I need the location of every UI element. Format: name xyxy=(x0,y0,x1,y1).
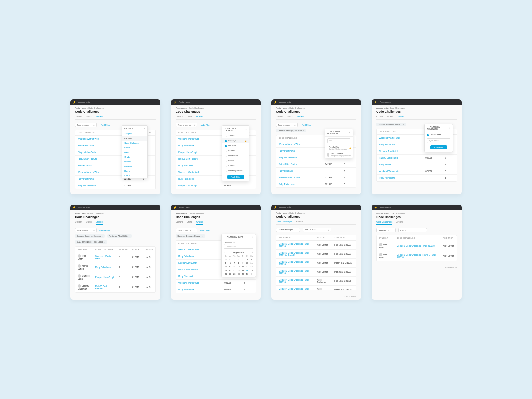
chip-close-icon[interactable]: × xyxy=(202,235,203,237)
search-input[interactable]: ⌕ xyxy=(398,228,427,232)
screen-filter-menu: ⚡ Assignments Assignments › Code Challen… xyxy=(70,99,160,194)
filter-chip[interactable]: Reviewer: Alex Griffith× xyxy=(107,234,132,238)
avatar-icon xyxy=(379,253,382,256)
filter-chip-campus[interactable]: Campus: Brooklyn, Houston× xyxy=(276,129,306,132)
campus-option[interactable]: London xyxy=(222,148,249,153)
avatar-icon xyxy=(379,243,382,246)
campus-option[interactable]: Atlanta xyxy=(222,133,249,138)
apply-filter-button[interactable]: Apply Filter xyxy=(430,145,447,149)
close-icon[interactable]: × xyxy=(245,128,247,130)
search-icon: ⌕ xyxy=(194,229,195,231)
chip-close-icon[interactable]: × xyxy=(129,235,130,237)
checkbox-icon[interactable] xyxy=(427,134,429,136)
chip-close-icon[interactable]: × xyxy=(104,241,106,243)
reviewer-search-input[interactable]: Type name xyxy=(427,138,450,143)
filter-by-popover: FILTER BY× Assigner Campus Code Challeng… xyxy=(122,125,148,178)
add-filter-button[interactable]: + Add Filter xyxy=(99,124,110,126)
close-icon[interactable]: × xyxy=(349,132,350,134)
filter-option[interactable]: Code Challenge xyxy=(122,141,147,145)
search-input[interactable]: ⌕ xyxy=(276,123,298,127)
crumb-leaf: Code Challenges xyxy=(88,107,104,109)
app-logo-icon: ⚡ xyxy=(73,206,76,209)
col-code-challenge: CODE CHALLENGE xyxy=(75,130,122,136)
apply-filter-button[interactable]: Apply Filter xyxy=(227,175,244,179)
search-input[interactable]: ⌕ xyxy=(303,228,331,232)
filter-chip[interactable]: Date: 08/24/2018 – 09/14/2018× xyxy=(75,240,107,244)
app-logo-icon: ⚡ xyxy=(174,101,176,103)
end-of-results: End of results xyxy=(372,265,462,271)
calendar-grid[interactable]: 2930311234 567891011 12131415161718 1920… xyxy=(222,258,256,277)
filter-option[interactable]: Status xyxy=(122,173,147,178)
app-logo-icon: ⚡ xyxy=(174,206,176,209)
filter-reviewer-popover: ← FILTER BY REVIEWER× Alex Griffith Type… xyxy=(424,124,453,152)
crumb-root[interactable]: Assignments xyxy=(75,107,86,109)
filter-option[interactable]: Assigner xyxy=(122,131,147,136)
search-icon: ⌕ xyxy=(194,124,195,126)
filter-campus-popover: ← FILTER BY CAMPUS× Atlanta Brooklyn☝ Ho… xyxy=(222,125,249,181)
reviewer-search-input[interactable]: ale| xyxy=(327,138,350,143)
campus-option[interactable]: Online xyxy=(222,158,249,163)
search-input[interactable]: ⌕ xyxy=(75,123,97,127)
screen-filter-date-calendar: ⚡Assignments Assignments › Code Challeng… xyxy=(171,205,261,300)
tab-archive[interactable]: Archive xyxy=(396,221,403,225)
date-subtitle: Beginning on xyxy=(222,240,256,243)
row-link[interactable]: Weekend Warrior Web xyxy=(75,136,122,142)
filter-option[interactable]: Cohort xyxy=(122,145,147,150)
chip-close-icon[interactable]: × xyxy=(303,130,304,132)
screen-filter-campus: ⚡Assignments Assignments › Code Challeng… xyxy=(171,99,261,194)
cursor-icon: ☝ xyxy=(349,147,351,149)
campus-option[interactable]: Seattle xyxy=(222,163,249,168)
filter-option[interactable]: Module xyxy=(122,159,147,164)
tab-graded[interactable]: Graded xyxy=(96,115,103,119)
filter-date-popover: ← FILTER BY DATE× Beginning on mm/dd/yyy… xyxy=(221,234,256,277)
type-select[interactable]: Code Challenges▾ xyxy=(276,228,300,232)
search-input[interactable]: ⌕ xyxy=(176,123,197,127)
filter-reviewer-popover: ← FILTER BY REVIEWER× ale| Alex Griffith… xyxy=(325,129,353,158)
calendar-month: August 2018 xyxy=(233,252,244,254)
screen-filtered-results-students: ⚡Assignments Assignments › Code Challeng… xyxy=(70,205,160,300)
search-icon: ⌕ xyxy=(93,124,95,126)
prev-month-icon[interactable]: ‹ xyxy=(224,252,225,254)
tab-code-challenges[interactable]: Code Challenges xyxy=(276,220,292,224)
tab-archive[interactable]: Archive xyxy=(296,220,303,224)
end-of-results: End of results xyxy=(271,294,361,300)
reviewer-suggestion[interactable]: Alex Griffithdavidgriffith@gmail.com☝ xyxy=(325,145,353,151)
chip-close-icon[interactable]: × xyxy=(102,235,103,237)
close-icon[interactable]: × xyxy=(252,236,253,238)
filter-option[interactable]: Round xyxy=(122,169,147,173)
chip-close-icon[interactable]: × xyxy=(403,123,404,125)
filter-option[interactable]: Date xyxy=(122,150,147,155)
app-logo-icon: ⚡ xyxy=(374,206,377,209)
close-icon[interactable]: × xyxy=(144,127,145,129)
campus-option[interactable]: Manhattan xyxy=(222,153,249,158)
tab-code-challenges[interactable]: Code Challenges xyxy=(376,221,392,225)
reviewer-suggestion[interactable]: Alex Goldsteinalexgoldstein@gmail.com xyxy=(325,151,353,158)
filter-option[interactable]: Campus xyxy=(122,136,147,141)
avatar-icon xyxy=(78,274,81,278)
type-select[interactable]: Students▾ xyxy=(376,228,396,232)
tab-drafts[interactable]: Drafts xyxy=(86,115,92,119)
avatar-icon xyxy=(327,153,329,157)
campus-option[interactable]: Houston xyxy=(222,143,249,148)
campus-option[interactable]: Washington D.C. xyxy=(222,168,249,173)
screen-students-search: ⚡Assignments Assignments › Code Challeng… xyxy=(372,205,462,300)
search-input[interactable]: ⌕ xyxy=(176,228,197,232)
breadcrumb: Assignments › Code Challenges xyxy=(75,107,156,109)
avatar-icon xyxy=(78,284,81,288)
chevron-down-icon: ▾ xyxy=(295,229,296,231)
topbar-label: Assignments xyxy=(78,101,90,103)
campus-option[interactable]: Brooklyn☝ xyxy=(222,138,249,143)
avatar-icon xyxy=(78,254,81,258)
filter-option[interactable]: Reviewer xyxy=(122,164,147,169)
search-input[interactable]: ⌕ xyxy=(75,228,97,232)
tab-current[interactable]: Current xyxy=(75,115,82,119)
screen-filter-reviewer-selected: ⚡Assignments Assignments › Code Challeng… xyxy=(372,99,462,194)
date-input[interactable]: mm/dd/yyyy xyxy=(224,244,253,249)
close-icon[interactable]: × xyxy=(449,127,450,129)
filter-chip-campus[interactable]: Campus: Brooklyn, Houston× xyxy=(176,234,205,238)
filter-option[interactable]: Grade xyxy=(122,155,147,159)
filter-chip[interactable]: Campus: Brooklyn, Houston× xyxy=(75,234,105,238)
app-logo-icon: ⚡ xyxy=(73,101,76,103)
filter-chip-campus[interactable]: Campus: Brooklyn, Houston× xyxy=(376,123,406,126)
next-month-icon[interactable]: › xyxy=(252,252,253,254)
